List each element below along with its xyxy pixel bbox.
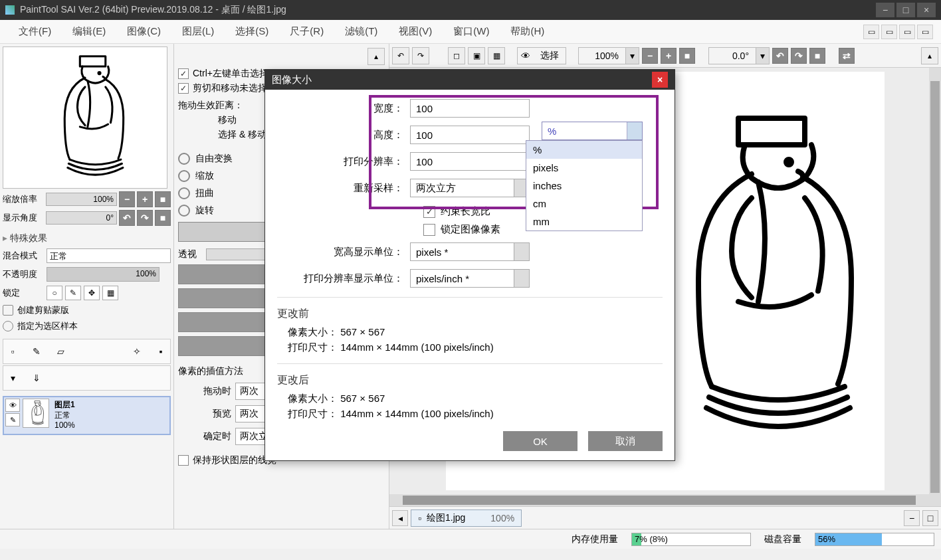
panel-toggle-2[interactable]: ▭	[881, 25, 897, 39]
zoom-out-button[interactable]: −	[119, 191, 135, 207]
document-tab[interactable]: ▫ 绘图1.jpg 100%	[411, 510, 522, 527]
special-effects-header[interactable]: 特殊效果	[3, 233, 171, 244]
menu-help[interactable]: 帮助(H)	[500, 21, 555, 42]
unit-dropdown[interactable]: %	[542, 122, 643, 140]
show-sel-button[interactable]: ▦	[488, 47, 505, 64]
rotate-cw-button[interactable]: ↷	[137, 210, 153, 226]
clip-mask-checkbox[interactable]: 创建剪贴蒙版	[3, 304, 171, 316]
zoom-dropdown-icon[interactable]: ▾	[625, 48, 639, 64]
menu-filter[interactable]: 滤镜(T)	[334, 21, 388, 42]
layer-toolbar-2: ▾ ⇓	[3, 365, 171, 391]
menu-bar: 文件(F) 编辑(E) 图像(C) 图层(L) 选择(S) 尺子(R) 滤镜(T…	[0, 20, 941, 44]
dialog-ok-button[interactable]: OK	[503, 431, 577, 451]
panel-collapse-icon[interactable]: ▴	[367, 48, 385, 65]
menu-file[interactable]: 文件(F)	[8, 21, 62, 42]
tab-prev-button[interactable]: ◂	[392, 510, 408, 526]
zoom-in-button[interactable]: +	[137, 191, 153, 207]
canvas-rotate-ccw[interactable]: ↶	[772, 48, 788, 64]
canvas-zoom-in[interactable]: +	[661, 48, 677, 64]
flip-horizontal-button[interactable]: ⇄	[839, 48, 855, 64]
scroll-up-button[interactable]: ▴	[921, 47, 938, 64]
unit-option-mm[interactable]: mm	[526, 213, 642, 231]
angle-slider[interactable]: 0°	[46, 211, 117, 225]
unit-option-inches[interactable]: inches	[526, 177, 642, 195]
resolution-input[interactable]	[410, 152, 530, 171]
canvas-zoom-fit[interactable]: ■	[679, 48, 695, 64]
lock-move-button[interactable]: ✥	[84, 286, 100, 300]
deselect-button[interactable]: ◻	[448, 47, 465, 64]
canvas-angle-box[interactable]: 0.0°▾	[708, 47, 770, 64]
confirm-label: 确定时	[178, 430, 231, 442]
menu-ruler[interactable]: 尺子(R)	[279, 21, 334, 42]
horizontal-scrollbar[interactable]	[389, 494, 929, 506]
delete-layer-icon[interactable]: ▪	[154, 345, 167, 358]
tab-max-button[interactable]: □	[922, 510, 938, 526]
width-input[interactable]	[410, 99, 530, 118]
layer-visibility-icon[interactable]: 👁	[5, 399, 20, 412]
layer-item[interactable]: 👁 ✎ 图层1 正常 100%	[3, 396, 171, 435]
maximize-button[interactable]: □	[896, 3, 915, 17]
height-input[interactable]	[410, 126, 530, 144]
redo-button[interactable]: ↷	[412, 47, 429, 64]
minimize-button[interactable]: −	[876, 3, 894, 17]
new-layer-icon[interactable]: ▫	[6, 345, 19, 358]
after-print-size: 打印尺寸： 144mm × 144mm (100 pixels/inch)	[288, 408, 663, 420]
lock-all-button[interactable]: ▦	[102, 286, 118, 300]
app-icon	[5, 5, 15, 15]
invert-sel-button[interactable]: ▣	[468, 47, 485, 64]
layer-edit-icon[interactable]: ✎	[5, 413, 20, 426]
menu-view[interactable]: 视图(V)	[388, 21, 443, 42]
resample-dropdown[interactable]: 两次立方	[410, 179, 530, 197]
selection-source-radio[interactable]: 指定为选区样本	[3, 320, 171, 332]
res-unit-dropdown[interactable]: pixels/inch *	[410, 269, 530, 288]
merge-down-icon[interactable]: ▾	[6, 371, 19, 385]
clear-layer-icon[interactable]: ✧	[130, 345, 144, 358]
layer-thumbnail	[23, 399, 49, 428]
dialog-title: 图像大小	[272, 74, 652, 86]
memory-meter: 7% (8%)	[631, 533, 751, 546]
selection-mode[interactable]: 👁 选择	[517, 47, 566, 64]
menu-layer[interactable]: 图层(L)	[171, 21, 225, 42]
dialog-titlebar[interactable]: 图像大小 ×	[265, 70, 675, 90]
canvas-zoom-out[interactable]: −	[642, 48, 658, 64]
canvas-rotate-cw[interactable]: ↷	[791, 48, 807, 64]
dialog-close-button[interactable]: ×	[652, 72, 668, 88]
undo-button[interactable]: ↶	[392, 47, 409, 64]
unit-option-cm[interactable]: cm	[526, 195, 642, 213]
menu-window[interactable]: 窗口(W)	[443, 21, 500, 42]
wh-unit-label: 宽高显示单位：	[277, 246, 410, 258]
dialog-cancel-button[interactable]: 取消	[588, 431, 663, 451]
lock-paint-button[interactable]: ✎	[65, 286, 81, 300]
unit-option-pixels[interactable]: pixels	[526, 159, 642, 177]
tab-min-button[interactable]: −	[904, 510, 920, 526]
rotate-ccw-button[interactable]: ↶	[119, 210, 135, 226]
angle-dropdown-icon[interactable]: ▾	[756, 48, 769, 64]
menu-select[interactable]: 选择(S)	[225, 21, 279, 42]
lock-none-button[interactable]: ○	[47, 286, 62, 300]
canvas-angle-reset[interactable]: ■	[809, 48, 825, 64]
new-linework-icon[interactable]: ✎	[30, 345, 43, 358]
after-title: 更改后	[277, 373, 663, 387]
menu-edit[interactable]: 编辑(E)	[62, 21, 116, 42]
menu-image[interactable]: 图像(C)	[116, 21, 171, 42]
canvas-zoom-box[interactable]: 100%▾	[578, 47, 639, 64]
lock-label: 锁定	[3, 287, 44, 299]
zoom-slider[interactable]: 100%	[46, 193, 117, 206]
zoom-reset-button[interactable]: ■	[155, 191, 171, 207]
mask-icon[interactable]: ▱	[54, 345, 67, 358]
panel-toggle-1[interactable]: ▭	[863, 25, 879, 39]
opacity-slider[interactable]: 100%	[47, 267, 159, 282]
wh-unit-dropdown[interactable]: pixels *	[410, 242, 530, 261]
blend-mode-dropdown[interactable]: 正常	[47, 248, 171, 263]
angle-reset-button[interactable]: ■	[155, 210, 171, 226]
vertical-scrollbar[interactable]	[929, 68, 941, 506]
transfer-down-icon[interactable]: ⇓	[30, 371, 43, 385]
before-print-size: 打印尺寸： 144mm × 144mm (100 pixels/inch)	[288, 341, 663, 354]
layer-info: 图层1 正常 100%	[52, 399, 168, 432]
unit-option-percent[interactable]: %	[526, 141, 642, 159]
panel-toggle-3[interactable]: ▭	[899, 25, 915, 39]
window-title: PaintTool SAI Ver.2 (64bit) Preview.2019…	[20, 4, 874, 16]
panel-toggle-4[interactable]: ▭	[917, 25, 933, 39]
close-window-button[interactable]: ×	[917, 3, 936, 17]
navigator-thumbnail[interactable]	[3, 47, 167, 189]
